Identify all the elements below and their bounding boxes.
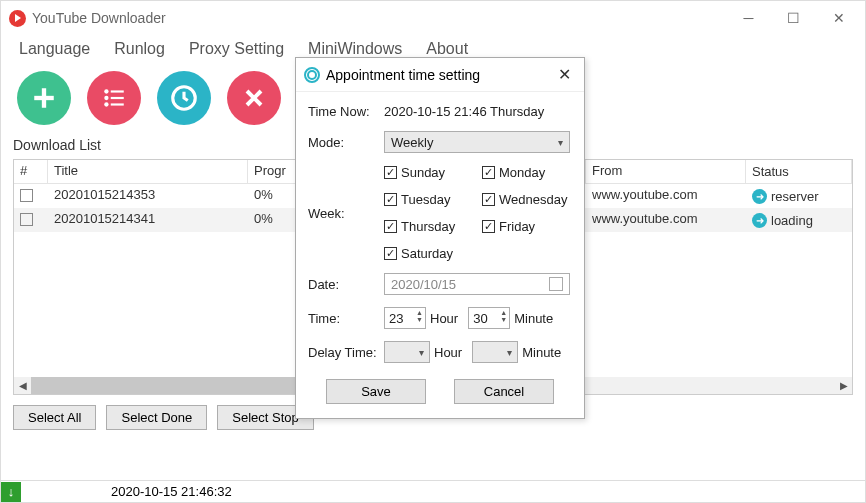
label-week: Week: bbox=[308, 206, 384, 221]
row-from: www.youtube.com bbox=[586, 184, 746, 208]
download-indicator-icon[interactable]: ↓ bbox=[1, 482, 21, 502]
appointment-dialog: Appointment time setting ✕ Time Now: 202… bbox=[295, 57, 585, 419]
label-hour-2: Hour bbox=[434, 345, 462, 360]
checkbox-saturday[interactable]: ✓Saturday bbox=[384, 246, 472, 261]
chevron-down-icon: ▾ bbox=[558, 137, 563, 148]
row-checkbox[interactable] bbox=[20, 189, 33, 202]
minute-spinner[interactable]: 30▲▼ bbox=[468, 307, 510, 329]
dialog-title: Appointment time setting bbox=[326, 67, 480, 83]
mode-value: Weekly bbox=[391, 135, 433, 150]
checkbox-tuesday[interactable]: ✓Tuesday bbox=[384, 192, 472, 207]
svg-point-4 bbox=[104, 96, 108, 100]
window-title: YouTube Downloader bbox=[32, 10, 166, 26]
status-bar: ↓ 2020-10-15 21:46:32 bbox=[1, 480, 865, 502]
value-time-now: 2020-10-15 21:46 Thursday bbox=[384, 104, 544, 119]
dialog-close-button[interactable]: ✕ bbox=[552, 65, 576, 84]
checkbox-monday[interactable]: ✓Monday bbox=[482, 165, 570, 180]
chevron-down-icon: ▾ bbox=[419, 347, 424, 358]
label-hour: Hour bbox=[430, 311, 458, 326]
save-button[interactable]: Save bbox=[326, 379, 426, 404]
date-input[interactable]: 2020/10/15 bbox=[384, 273, 570, 295]
scroll-right-icon[interactable]: ▶ bbox=[835, 377, 852, 394]
svg-point-2 bbox=[104, 89, 108, 93]
close-button[interactable]: ✕ bbox=[816, 3, 861, 33]
row-status: reserver bbox=[771, 189, 819, 204]
cancel-button[interactable]: Cancel bbox=[454, 379, 554, 404]
mode-select[interactable]: Weekly ▾ bbox=[384, 131, 570, 153]
list-icon bbox=[101, 85, 127, 111]
delay-hour-select[interactable]: ▾ bbox=[384, 341, 430, 363]
label-mode: Mode: bbox=[308, 135, 384, 150]
scroll-left-icon[interactable]: ◀ bbox=[14, 377, 31, 394]
plus-icon bbox=[31, 85, 57, 111]
svg-rect-1 bbox=[34, 96, 54, 100]
status-icon: ➜ bbox=[752, 189, 767, 204]
dialog-icon bbox=[304, 67, 320, 83]
svg-rect-7 bbox=[111, 103, 124, 105]
select-done-button[interactable]: Select Done bbox=[106, 405, 207, 430]
label-date: Date: bbox=[308, 277, 384, 292]
checkbox-thursday[interactable]: ✓Thursday bbox=[384, 219, 472, 234]
chevron-down-icon: ▾ bbox=[507, 347, 512, 358]
svg-rect-3 bbox=[111, 90, 124, 92]
add-button[interactable] bbox=[17, 71, 71, 125]
menu-proxy[interactable]: Proxy Setting bbox=[179, 38, 294, 60]
svg-point-6 bbox=[104, 102, 108, 106]
row-status: loading bbox=[771, 213, 813, 228]
spin-up-icon[interactable]: ▲ bbox=[416, 309, 423, 316]
week-grid: ✓Sunday ✓Monday ✓Tuesday ✓Wednesday ✓Thu… bbox=[384, 165, 570, 261]
status-icon: ➜ bbox=[752, 213, 767, 228]
delete-button[interactable] bbox=[227, 71, 281, 125]
clock-icon bbox=[169, 83, 199, 113]
schedule-button[interactable] bbox=[157, 71, 211, 125]
col-num[interactable]: # bbox=[14, 160, 48, 183]
minimize-button[interactable]: ─ bbox=[726, 3, 771, 33]
col-from[interactable]: From bbox=[586, 160, 746, 183]
date-value: 2020/10/15 bbox=[391, 277, 456, 292]
row-from: www.youtube.com bbox=[586, 208, 746, 232]
title-bar: YouTube Downloader ─ ☐ ✕ bbox=[1, 1, 865, 35]
row-title: 20201015214341 bbox=[48, 208, 248, 232]
menu-language[interactable]: Language bbox=[9, 38, 100, 60]
svg-rect-5 bbox=[111, 97, 124, 99]
hour-spinner[interactable]: 23▲▼ bbox=[384, 307, 426, 329]
delay-minute-select[interactable]: ▾ bbox=[472, 341, 518, 363]
app-logo-icon bbox=[9, 10, 26, 27]
label-delay: Delay Time: bbox=[308, 345, 384, 360]
spin-down-icon[interactable]: ▼ bbox=[416, 316, 423, 323]
label-time-now: Time Now: bbox=[308, 104, 384, 119]
row-title: 20201015214353 bbox=[48, 184, 248, 208]
calendar-icon bbox=[549, 277, 563, 291]
spin-up-icon[interactable]: ▲ bbox=[500, 309, 507, 316]
row-checkbox[interactable] bbox=[20, 213, 33, 226]
col-title[interactable]: Title bbox=[48, 160, 248, 183]
label-time: Time: bbox=[308, 311, 384, 326]
checkbox-sunday[interactable]: ✓Sunday bbox=[384, 165, 472, 180]
spin-down-icon[interactable]: ▼ bbox=[500, 316, 507, 323]
label-minute-2: Minute bbox=[522, 345, 561, 360]
status-time: 2020-10-15 21:46:32 bbox=[111, 484, 232, 499]
checkbox-friday[interactable]: ✓Friday bbox=[482, 219, 570, 234]
list-button[interactable] bbox=[87, 71, 141, 125]
col-status[interactable]: Status bbox=[746, 160, 852, 183]
maximize-button[interactable]: ☐ bbox=[771, 3, 816, 33]
x-icon bbox=[242, 86, 266, 110]
menu-runlog[interactable]: Runlog bbox=[104, 38, 175, 60]
label-minute: Minute bbox=[514, 311, 553, 326]
dialog-titlebar: Appointment time setting ✕ bbox=[296, 58, 584, 92]
checkbox-wednesday[interactable]: ✓Wednesday bbox=[482, 192, 570, 207]
select-all-button[interactable]: Select All bbox=[13, 405, 96, 430]
